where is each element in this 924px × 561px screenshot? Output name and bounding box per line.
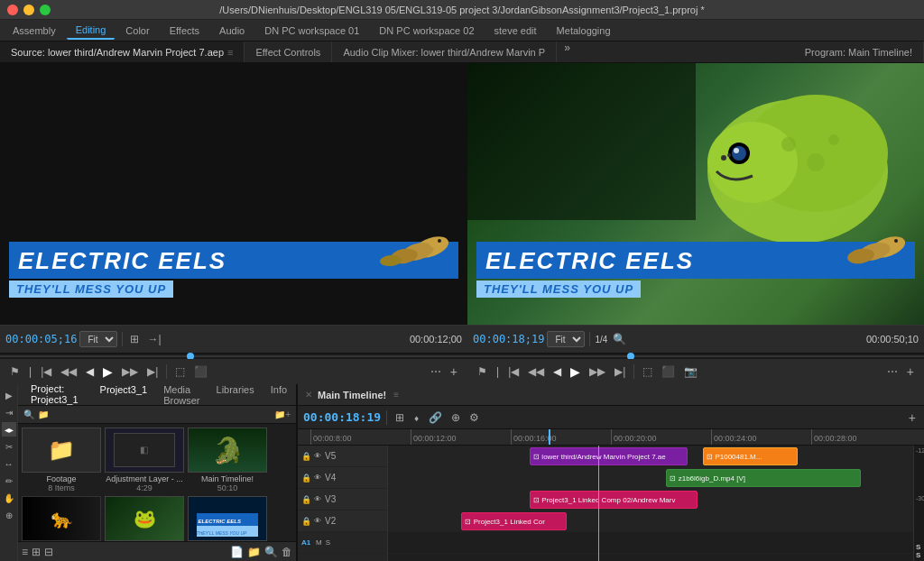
lock-icon-v5[interactable]: 🔒: [301, 452, 310, 461]
clip-project3-linked-comp02[interactable]: ⊡ Project3_1 Linked Comp 02/Andrew Marv: [530, 491, 698, 509]
new-item-button[interactable]: 📄: [230, 546, 244, 558]
source-overwrite-button[interactable]: ⬛: [191, 364, 210, 379]
list-item[interactable]: 🐊 Main Timeline! 50:10: [188, 428, 267, 492]
close-button[interactable]: [7, 5, 18, 15]
a1-solo[interactable]: S: [326, 538, 330, 547]
source-insert-button[interactable]: ⬚: [172, 364, 188, 379]
tab-color[interactable]: Color: [116, 23, 158, 39]
tl-settings-button[interactable]: ⚙: [467, 410, 482, 425]
source-step-back-button[interactable]: ◀◀: [58, 364, 79, 379]
tab-steve-edit[interactable]: steve edit: [485, 23, 546, 39]
clip-p1000481[interactable]: ⊡ P1000481.M...: [703, 447, 798, 465]
timeline-menu-icon[interactable]: ≡: [393, 390, 399, 400]
maximize-button[interactable]: [40, 5, 51, 15]
delete-button[interactable]: 🗑: [282, 546, 292, 558]
program-mark-in-button[interactable]: ⚑: [475, 364, 490, 379]
a1-mute[interactable]: M: [316, 538, 322, 547]
linked-comp-2-thumb[interactable]: 🐸: [105, 496, 184, 541]
program-play-button[interactable]: ▶: [568, 363, 583, 380]
source-zoom-in-button[interactable]: ⊞: [127, 332, 142, 346]
selection-tool-button[interactable]: ▶: [2, 388, 16, 402]
source-play-button[interactable]: ▶: [100, 363, 116, 380]
tl-link-button[interactable]: 🔗: [426, 410, 445, 425]
minimize-button[interactable]: [23, 5, 34, 15]
source-mark-out-button[interactable]: |: [26, 364, 34, 379]
tab-dn-pc-02[interactable]: DN PC workspace 02: [370, 23, 483, 39]
program-stop-button[interactable]: ◀: [550, 364, 564, 379]
program-settings-button[interactable]: ⋯: [884, 364, 901, 379]
hand-tool-button[interactable]: ✋: [2, 491, 16, 505]
icon-view-button[interactable]: ⊞: [32, 546, 41, 558]
eye-icon-v3[interactable]: 👁: [314, 495, 321, 503]
program-extract-button[interactable]: ⬛: [659, 364, 678, 379]
tab-dn-pc-01[interactable]: DN PC workspace 01: [255, 23, 368, 39]
eye-icon-v2[interactable]: 👁: [314, 517, 321, 525]
lock-icon-v3[interactable]: 🔒: [301, 495, 310, 504]
lock-icon-v4[interactable]: 🔒: [301, 474, 310, 483]
project-tab-libraries[interactable]: Libraries: [211, 382, 260, 408]
program-step-back-button[interactable]: ◀◀: [525, 364, 547, 379]
zoom-tool-button[interactable]: ⊕: [2, 508, 16, 522]
program-camera-button[interactable]: 📷: [681, 364, 700, 379]
main-timeline-thumb[interactable]: 🐊: [188, 428, 267, 473]
program-go-start-button[interactable]: |◀: [505, 364, 522, 379]
source-step-fwd-button[interactable]: ▶▶: [119, 364, 141, 379]
tab-audio[interactable]: Audio: [210, 23, 254, 39]
program-go-end-button[interactable]: ▶|: [612, 364, 628, 379]
project-tab-project[interactable]: Project3_1: [95, 382, 153, 408]
clip-lower-third-ae[interactable]: ⊡ lower third/Andrew Marvin Project 7.ae: [530, 447, 688, 465]
tab-assembly[interactable]: Assembly: [4, 23, 65, 39]
project-tab-media-browser[interactable]: Media Browser: [158, 382, 205, 408]
slip-tool-button[interactable]: ↔: [2, 456, 16, 471]
tab-metalogging[interactable]: Metalogging: [548, 23, 620, 39]
source-add-button[interactable]: +: [448, 363, 460, 380]
tab-effects[interactable]: Effects: [161, 23, 208, 39]
list-item[interactable]: 📁 Footage 8 Items: [22, 428, 101, 492]
program-mark-out-button[interactable]: |: [494, 364, 502, 379]
list-item[interactable]: ◧ Adjustment Layer - ... 4:29: [105, 428, 184, 492]
list-view-button[interactable]: ≡: [22, 546, 28, 558]
source-panel-tab[interactable]: Source: lower third/Andrew Marvin Projec…: [0, 41, 245, 62]
lock-icon-v2[interactable]: 🔒: [301, 517, 310, 526]
source-go-end-button[interactable]: ▶|: [144, 364, 161, 379]
effect-controls-tab[interactable]: Effect Controls: [245, 41, 332, 62]
program-monitor-tab[interactable]: Program: Main Timeline!: [794, 41, 924, 62]
freeform-view-button[interactable]: ⊟: [44, 546, 53, 558]
source-export-frame-button[interactable]: →|: [144, 332, 163, 346]
project-tab-info[interactable]: Info: [265, 382, 292, 408]
source-stop-button[interactable]: ◀: [83, 364, 97, 379]
close-timeline-button[interactable]: ✕: [305, 390, 312, 400]
track-select-tool-button[interactable]: ⇥: [2, 405, 16, 419]
program-lift-button[interactable]: ⬚: [640, 364, 655, 379]
footage-folder-thumb[interactable]: 📁: [22, 428, 101, 473]
expand-panels-button[interactable]: »: [560, 41, 574, 62]
source-go-start-button[interactable]: |◀: [38, 364, 54, 379]
lower-third-thumb[interactable]: ELECTRIC EELS THEY'LL MESS YOU UP: [188, 496, 267, 541]
ripple-edit-tool-button[interactable]: ◂▸: [2, 422, 16, 437]
list-item[interactable]: 🐸 Project3_1 Linked... 12:15: [105, 496, 184, 541]
program-zoom-button[interactable]: 🔍: [610, 332, 629, 346]
tl-nest-button[interactable]: ⊞: [393, 410, 407, 425]
eye-icon-v5[interactable]: 👁: [314, 452, 321, 460]
new-bin-footer-button[interactable]: 📁: [247, 546, 261, 558]
program-add-button[interactable]: +: [904, 363, 917, 380]
clip-project3-linked-cor[interactable]: ⊡ Project3_1 Linked Cor: [461, 512, 566, 530]
source-mark-in-button[interactable]: ⚑: [7, 364, 23, 379]
source-tab-menu-icon[interactable]: ≡: [227, 47, 233, 58]
lock-icon-a1[interactable]: A1: [301, 538, 310, 547]
source-settings-button[interactable]: ⋯: [428, 364, 444, 379]
list-item[interactable]: 🐆 Project3_1 Linked... 10:27: [22, 496, 101, 541]
tl-add-track-button[interactable]: +: [906, 409, 919, 426]
clip-z1b6-mp4[interactable]: ⊡ z1b6l6igb_D.mp4 [V]: [666, 469, 860, 487]
linked-comp-1-thumb[interactable]: 🐆: [22, 496, 101, 541]
eye-icon-v4[interactable]: 👁: [314, 474, 321, 482]
pen-tool-button[interactable]: ✏: [2, 474, 16, 488]
source-fit-select[interactable]: Fit: [79, 331, 117, 347]
tl-magnet-button[interactable]: ⊕: [448, 410, 463, 425]
tl-add-marker-button[interactable]: ⬧: [411, 410, 422, 425]
search-footer-button[interactable]: 🔍: [264, 546, 278, 558]
list-item[interactable]: ELECTRIC EELS THEY'LL MESS YOU UP lower …: [188, 496, 267, 541]
program-fit-select[interactable]: Fit: [547, 331, 585, 347]
audio-mixer-tab[interactable]: Audio Clip Mixer: lower third/Andrew Mar…: [332, 41, 557, 62]
program-step-fwd-button[interactable]: ▶▶: [587, 364, 608, 379]
